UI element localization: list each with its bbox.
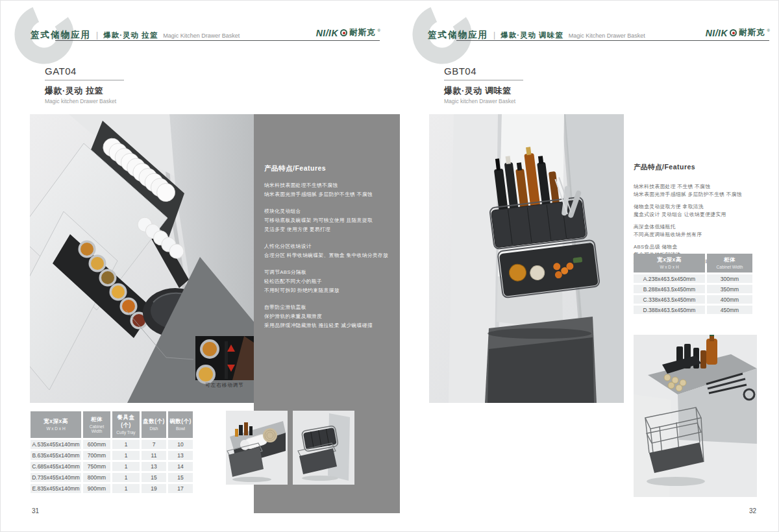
product-block: GAT04 爆款·灵动 拉篮 Magic kitchen Drawer Bask…: [45, 66, 124, 104]
feature-line: 魔盒式设计 灵动组合 让收纳更便捷实用: [634, 211, 773, 219]
spec-header-row: 宽x深x高W x D x H柜体Cabinet Width: [634, 254, 752, 272]
feature-group: 储物盒灵动提取方便 拿取清洗魔盒式设计 灵动组合 让收纳更便捷实用: [634, 203, 773, 218]
product-name-zh: 爆款·灵动 拉篮: [45, 85, 124, 97]
countertop-basket-illustration: [634, 335, 757, 497]
spec-header-row: 宽x深x高W x D x H柜体Cabinet Width餐具盒(个)Cutly…: [31, 411, 193, 438]
product-name-zh: 爆款·灵动 调味篮: [444, 85, 523, 97]
spec-table-body: A.535x455x140mm600mm1710B.635x455x140mm7…: [31, 440, 193, 493]
feature-line: 可调节ABS分隔板: [264, 268, 400, 277]
feature-group: 高深盒体低矮瓶托不同高度调味瓶收纳井然有序: [634, 223, 773, 238]
spec-table: 宽x深x高W x D x H柜体Cabinet Width餐具盒(个)Cutly…: [29, 409, 195, 495]
feature-line: 不用时可拆卸 拒绝约束随意摆放: [264, 286, 400, 295]
header-title-en: Magic Kitchen Drawer Basket: [569, 32, 645, 39]
spec-cell: 1: [112, 440, 140, 449]
feature-line: 保护滑轨的承重及顺滑度: [264, 312, 400, 321]
thumbnail-empty-illustration: [293, 411, 354, 485]
thumbnail-loaded-illustration: [226, 411, 288, 485]
spec-cell: 750mm: [83, 462, 110, 471]
spec-cell: 11: [142, 451, 166, 460]
detail-inset-photo: [195, 336, 254, 384]
header-rule: [456, 40, 769, 41]
header-title-zh: 爆款·灵动 调味篮: [501, 30, 563, 40]
feature-line: 采用品牌缓冲隐藏滑轨 推拉轻柔 减少碗碟碰撞: [264, 321, 400, 330]
feature-group: 自带防尘滑轨盖板保护滑轨的承重及顺滑度采用品牌缓冲隐藏滑轨 推拉轻柔 减少碗碟碰…: [264, 303, 400, 330]
feature-line: 轻松匹配不同大小的瓶子: [264, 277, 400, 286]
spec-cell: 700mm: [83, 451, 110, 460]
brand-reg-mark: ®: [378, 29, 380, 32]
product-name-en: Magic kitchen Drawer Basket: [45, 98, 124, 104]
spec-cell: 13: [168, 451, 193, 460]
spec-cell: E.835x455x140mm: [31, 484, 81, 493]
page-header: 篮式储物应用 | 爆款·灵动 调味篮 Magic Kitchen Drawer …: [428, 29, 645, 41]
features-title: 产品特点/Features: [264, 164, 400, 173]
spec-cell: 400mm: [707, 295, 752, 304]
spec-cell: D.388x463.5x450mm: [634, 306, 705, 314]
features-groups: 纳米科技表面处理不生锈不腐蚀纳米表面光滑手感细腻 多层防护不生锈 不腐蚀模块化灵…: [264, 181, 400, 330]
spec-header-cell: 碗数(个)Bowl: [168, 411, 193, 438]
spec-cell: C.338x463.5x450mm: [634, 295, 705, 304]
product-rule: [444, 80, 523, 80]
feature-line: 纳米科技表面处理不生锈不腐蚀: [264, 181, 400, 190]
table-row: D.388x463.5x450mm450mm: [634, 306, 752, 314]
feature-line: 纳米表面光滑手感细腻 多层防护不生锈 不腐蚀: [634, 191, 773, 199]
page-number: 32: [749, 507, 756, 514]
table-row: A.238x463.5x450mm300mm: [634, 274, 752, 283]
brand-reg-mark: ®: [767, 29, 770, 32]
feature-line: ABS食品级 储物盒: [634, 243, 773, 251]
spec-header-cell: 宽x深x高W x D x H: [31, 411, 81, 438]
header-title-en: Magic Kitchen Drawer Basket: [163, 32, 240, 39]
page-number: 31: [32, 507, 39, 514]
product-rule: [45, 80, 124, 80]
header-category: 篮式储物应用: [428, 29, 488, 41]
feature-group: 纳米科技表面处理 不生锈 不腐蚀纳米表面光滑手感细腻 多层防护不生锈 不腐蚀: [634, 183, 773, 198]
product-name-en: Magic kitchen Drawer Basket: [444, 98, 523, 104]
feature-line: 可移动底板及碗碟架 均可独立使用 且随意提取: [264, 216, 400, 225]
brand-zh: 耐斯克: [349, 27, 376, 38]
brand-o-icon: [730, 29, 737, 36]
feature-group: 模块化灵动组合可移动底板及碗碟架 均可独立使用 且随意提取灵活多变 使用方便 更…: [264, 207, 400, 234]
spec-cell: 13: [142, 462, 166, 471]
spec-cell: 600mm: [83, 440, 110, 449]
spec-cell: 10: [168, 440, 193, 449]
spec-table-body: A.238x463.5x450mm300mmB.288x463.5x450mm3…: [634, 274, 752, 314]
spec-cell: C.685x455x140mm: [31, 462, 81, 471]
page-header: 篮式储物应用 | 爆款·灵动 拉篮 Magic Kitchen Drawer B…: [31, 29, 240, 41]
feature-line: 不同高度调味瓶收纳井然有序: [634, 231, 773, 239]
spec-cell: 350mm: [707, 285, 752, 293]
brand-logo: NI/IK 耐斯克 ®: [706, 27, 770, 38]
header-rule: [55, 40, 380, 41]
spec-cell: A.238x463.5x450mm: [634, 274, 705, 283]
spec-header-cell: 宽x深x高W x D x H: [634, 254, 705, 272]
product-code: GAT04: [45, 66, 124, 77]
table-row: C.338x463.5x450mm400mm: [634, 295, 752, 304]
brand-o-icon: [340, 29, 347, 36]
feature-line: 合理分区 科学收纳碗碟架、置物盒 集中收纳分类存放: [264, 251, 400, 260]
product-code: GBT04: [444, 66, 523, 77]
header-title-zh: 爆款·灵动 拉篮: [103, 30, 158, 40]
spec-cell: 450mm: [707, 306, 752, 314]
table-row: D.735x455x140mm800mm11515: [31, 473, 193, 482]
table-row: C.685x455x140mm750mm11314: [31, 462, 193, 471]
spec-cell: 900mm: [83, 484, 110, 493]
feature-group: 纳米科技表面处理不生锈不腐蚀纳米表面光滑手感细腻 多层防护不生锈 不腐蚀: [264, 181, 400, 199]
feature-line: 模块化灵动组合: [264, 207, 400, 216]
feature-line: 灵活多变 使用方便 更易打理: [264, 225, 400, 234]
spec-cell: A.535x455x140mm: [31, 440, 81, 449]
feature-line: 纳米科技表面处理 不生锈 不腐蚀: [634, 183, 773, 191]
spec-cell: 1: [112, 484, 140, 493]
spice-basket-illustration: [429, 114, 624, 403]
spec-header-cell: 柜体Cabinet Width: [707, 254, 752, 272]
drawer-basket-illustration: [30, 114, 254, 403]
main-product-photo: 可左右移动调节: [30, 114, 254, 403]
table-row: B.635x455x140mm700mm11113: [31, 451, 193, 460]
spec-cell: D.735x455x140mm: [31, 473, 81, 482]
thumbnail-photo-loaded: [226, 411, 288, 485]
spec-table: 宽x深x高W x D x H柜体Cabinet Width A.238x463.…: [632, 252, 754, 316]
spec-cell: 15: [168, 473, 193, 482]
spec-header-cell: 餐具盒(个)Cutly Tray: [112, 411, 140, 438]
spec-cell: 7: [142, 440, 166, 449]
header-separator: |: [96, 30, 98, 40]
brand-logo: NI/IK 耐斯克 ®: [316, 27, 380, 38]
header-separator: |: [493, 30, 495, 40]
brand-zh: 耐斯克: [739, 27, 765, 38]
